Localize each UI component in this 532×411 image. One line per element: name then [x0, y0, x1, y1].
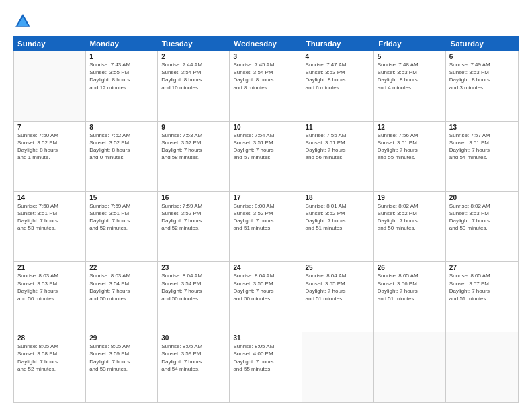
day-number: 22 — [89, 264, 154, 271]
calendar-row-2: 7Sunrise: 7:50 AM Sunset: 3:52 PM Daylig… — [14, 121, 518, 191]
day-number: 1 — [89, 53, 154, 60]
calendar-cell-5-2: 29Sunrise: 8:05 AM Sunset: 3:59 PM Dayli… — [86, 332, 158, 402]
calendar-cell-1-1 — [14, 51, 86, 121]
day-number: 19 — [378, 194, 442, 201]
day-number: 12 — [378, 124, 442, 131]
calendar-cell-4-3: 23Sunrise: 8:04 AM Sunset: 3:54 PM Dayli… — [158, 262, 230, 332]
weekday-header-saturday: Saturday — [447, 36, 519, 51]
calendar-cell-4-2: 22Sunrise: 8:03 AM Sunset: 3:54 PM Dayli… — [86, 262, 158, 332]
day-number: 21 — [17, 264, 82, 271]
day-number: 18 — [306, 194, 370, 201]
day-number: 30 — [161, 334, 226, 342]
day-info: Sunrise: 7:45 AM Sunset: 3:54 PM Dayligh… — [233, 61, 298, 91]
day-number: 13 — [449, 124, 515, 131]
day-info: Sunrise: 8:05 AM Sunset: 3:57 PM Dayligh… — [449, 272, 515, 302]
calendar-cell-5-6 — [374, 332, 446, 402]
calendar-cell-5-5 — [302, 332, 374, 402]
day-info: Sunrise: 8:04 AM Sunset: 3:55 PM Dayligh… — [233, 272, 298, 302]
calendar-row-3: 14Sunrise: 7:58 AM Sunset: 3:51 PM Dayli… — [14, 191, 518, 262]
calendar-cell-1-5: 4Sunrise: 7:47 AM Sunset: 3:53 PM Daylig… — [302, 51, 374, 121]
calendar-body: 1Sunrise: 7:43 AM Sunset: 3:55 PM Daylig… — [13, 51, 519, 403]
day-info: Sunrise: 7:49 AM Sunset: 3:53 PM Dayligh… — [449, 61, 515, 91]
calendar-cell-3-6: 19Sunrise: 8:02 AM Sunset: 3:52 PM Dayli… — [374, 192, 446, 262]
calendar-cell-3-5: 18Sunrise: 8:01 AM Sunset: 3:52 PM Dayli… — [302, 192, 374, 262]
day-info: Sunrise: 8:03 AM Sunset: 3:53 PM Dayligh… — [17, 272, 82, 302]
calendar-cell-4-1: 21Sunrise: 8:03 AM Sunset: 3:53 PM Dayli… — [14, 262, 86, 332]
calendar-cell-4-4: 24Sunrise: 8:04 AM Sunset: 3:55 PM Dayli… — [230, 262, 302, 332]
calendar-cell-5-7 — [446, 332, 518, 402]
day-info: Sunrise: 8:03 AM Sunset: 3:54 PM Dayligh… — [89, 272, 154, 302]
day-info: Sunrise: 8:02 AM Sunset: 3:52 PM Dayligh… — [378, 202, 442, 232]
header — [13, 12, 519, 31]
day-info: Sunrise: 8:05 AM Sunset: 4:00 PM Dayligh… — [233, 342, 298, 373]
calendar-cell-2-3: 9Sunrise: 7:53 AM Sunset: 3:52 PM Daylig… — [158, 122, 230, 191]
day-info: Sunrise: 8:05 AM Sunset: 3:58 PM Dayligh… — [17, 342, 82, 373]
calendar-cell-5-1: 28Sunrise: 8:05 AM Sunset: 3:58 PM Dayli… — [14, 332, 86, 402]
day-number: 9 — [161, 124, 226, 131]
calendar-header: SundayMondayTuesdayWednesdayThursdayFrid… — [13, 36, 519, 51]
calendar-cell-4-7: 27Sunrise: 8:05 AM Sunset: 3:57 PM Dayli… — [446, 262, 518, 332]
day-number: 6 — [449, 53, 515, 60]
calendar-cell-2-4: 10Sunrise: 7:54 AM Sunset: 3:51 PM Dayli… — [230, 122, 302, 191]
day-info: Sunrise: 7:59 AM Sunset: 3:51 PM Dayligh… — [89, 202, 154, 232]
day-info: Sunrise: 8:04 AM Sunset: 3:55 PM Dayligh… — [306, 272, 370, 302]
day-number: 2 — [161, 53, 226, 60]
day-number: 15 — [89, 194, 154, 201]
logo — [13, 12, 34, 31]
day-number: 10 — [233, 124, 298, 131]
day-number: 17 — [233, 194, 298, 201]
day-number: 3 — [233, 53, 298, 60]
day-info: Sunrise: 7:50 AM Sunset: 3:52 PM Dayligh… — [17, 132, 82, 162]
day-info: Sunrise: 8:00 AM Sunset: 3:52 PM Dayligh… — [233, 202, 298, 232]
calendar-cell-4-6: 26Sunrise: 8:05 AM Sunset: 3:56 PM Dayli… — [374, 262, 446, 332]
day-info: Sunrise: 7:48 AM Sunset: 3:53 PM Dayligh… — [378, 61, 442, 91]
day-number: 25 — [306, 264, 370, 271]
calendar-cell-1-3: 2Sunrise: 7:44 AM Sunset: 3:54 PM Daylig… — [158, 51, 230, 121]
day-info: Sunrise: 8:04 AM Sunset: 3:54 PM Dayligh… — [161, 272, 226, 302]
weekday-header-wednesday: Wednesday — [230, 36, 302, 51]
day-number: 16 — [161, 194, 226, 201]
day-info: Sunrise: 8:01 AM Sunset: 3:52 PM Dayligh… — [306, 202, 370, 232]
day-info: Sunrise: 7:56 AM Sunset: 3:51 PM Dayligh… — [378, 132, 442, 162]
calendar-row-4: 21Sunrise: 8:03 AM Sunset: 3:53 PM Dayli… — [14, 261, 518, 332]
day-number: 31 — [233, 334, 298, 342]
calendar-cell-3-3: 16Sunrise: 7:59 AM Sunset: 3:52 PM Dayli… — [158, 192, 230, 262]
day-info: Sunrise: 8:02 AM Sunset: 3:53 PM Dayligh… — [449, 202, 515, 232]
day-info: Sunrise: 7:55 AM Sunset: 3:51 PM Dayligh… — [306, 132, 370, 162]
day-info: Sunrise: 8:05 AM Sunset: 3:56 PM Dayligh… — [378, 272, 442, 302]
day-number: 5 — [378, 53, 442, 60]
weekday-header-friday: Friday — [374, 36, 446, 51]
day-number: 23 — [161, 264, 226, 271]
day-info: Sunrise: 7:43 AM Sunset: 3:55 PM Dayligh… — [89, 61, 154, 91]
day-info: Sunrise: 7:44 AM Sunset: 3:54 PM Dayligh… — [161, 61, 226, 91]
calendar-cell-2-6: 12Sunrise: 7:56 AM Sunset: 3:51 PM Dayli… — [374, 122, 446, 191]
calendar-cell-1-4: 3Sunrise: 7:45 AM Sunset: 3:54 PM Daylig… — [230, 51, 302, 121]
weekday-header-sunday: Sunday — [13, 36, 85, 51]
calendar-cell-1-6: 5Sunrise: 7:48 AM Sunset: 3:53 PM Daylig… — [374, 51, 446, 121]
day-info: Sunrise: 7:47 AM Sunset: 3:53 PM Dayligh… — [306, 61, 370, 91]
day-number: 20 — [449, 194, 515, 201]
weekday-header-tuesday: Tuesday — [158, 36, 230, 51]
calendar-cell-5-3: 30Sunrise: 8:05 AM Sunset: 3:59 PM Dayli… — [158, 332, 230, 402]
day-number: 24 — [233, 264, 298, 271]
day-info: Sunrise: 7:53 AM Sunset: 3:52 PM Dayligh… — [161, 132, 226, 162]
day-number: 28 — [17, 334, 82, 342]
day-number: 29 — [89, 334, 154, 342]
calendar-cell-1-2: 1Sunrise: 7:43 AM Sunset: 3:55 PM Daylig… — [86, 51, 158, 121]
logo-icon — [13, 12, 32, 31]
day-number: 7 — [17, 124, 82, 131]
calendar-row-5: 28Sunrise: 8:05 AM Sunset: 3:58 PM Dayli… — [14, 332, 518, 402]
weekday-header-monday: Monday — [85, 36, 157, 51]
calendar-cell-3-2: 15Sunrise: 7:59 AM Sunset: 3:51 PM Dayli… — [86, 192, 158, 262]
calendar-cell-2-7: 13Sunrise: 7:57 AM Sunset: 3:51 PM Dayli… — [446, 122, 518, 191]
page: SundayMondayTuesdayWednesdayThursdayFrid… — [0, 0, 532, 411]
day-number: 14 — [17, 194, 82, 201]
weekday-header-thursday: Thursday — [302, 36, 374, 51]
day-number: 8 — [89, 124, 154, 131]
calendar-row-1: 1Sunrise: 7:43 AM Sunset: 3:55 PM Daylig… — [14, 51, 518, 121]
calendar-cell-3-1: 14Sunrise: 7:58 AM Sunset: 3:51 PM Dayli… — [14, 192, 86, 262]
day-info: Sunrise: 7:58 AM Sunset: 3:51 PM Dayligh… — [17, 202, 82, 232]
day-info: Sunrise: 7:52 AM Sunset: 3:52 PM Dayligh… — [89, 132, 154, 162]
calendar-cell-2-5: 11Sunrise: 7:55 AM Sunset: 3:51 PM Dayli… — [302, 122, 374, 191]
day-number: 26 — [378, 264, 442, 271]
